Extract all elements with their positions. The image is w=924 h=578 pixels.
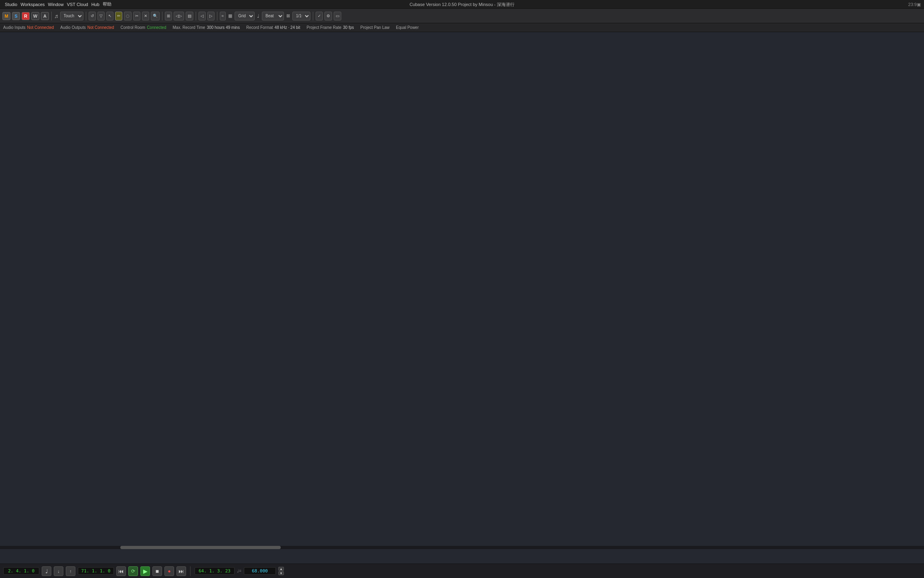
tempo-steppers: ▲ ▼: [278, 567, 284, 575]
statusbar: Audio Inputs Not Connected Audio Outputs…: [0, 23, 924, 32]
record-format: Record Format 48 kHz · 24 bit: [246, 25, 300, 30]
max-record-time: Max. Record Time 300 hours 49 mins: [173, 25, 240, 30]
horizontal-scrollbar[interactable]: [0, 546, 924, 549]
scrollbar-thumb[interactable]: [120, 546, 281, 549]
menu-studio[interactable]: Studio: [3, 1, 19, 8]
tool-marker[interactable]: ▤: [186, 12, 193, 20]
window-title: Cubase Version 12.0.50 Project by Minsou…: [409, 0, 515, 9]
punch-out-btn[interactable]: ↑: [66, 566, 75, 576]
project-frame-rate: Project Frame Rate 30 fps: [307, 25, 354, 30]
transport-record-btn[interactable]: ●: [164, 566, 174, 576]
transport-loop-btn[interactable]: ⟳: [128, 566, 138, 576]
mode-a-btn[interactable]: A: [41, 12, 49, 20]
menubar: Studio Workspaces Window VST Cloud Hub 帮…: [0, 0, 924, 9]
mode-r-btn[interactable]: R: [22, 12, 30, 20]
audio-inputs-status: Audio Inputs Not Connected: [3, 25, 54, 30]
tool-metronome-btn[interactable]: ✓: [316, 12, 323, 20]
transport-sep: [190, 566, 190, 576]
mode-s-btn[interactable]: S: [12, 12, 20, 20]
undo-btn[interactable]: ↺: [89, 12, 96, 20]
tool-grid-icon: ▦: [227, 13, 233, 18]
sep-3: [162, 12, 162, 20]
audio-outputs-status: Audio Outputs Not Connected: [60, 25, 114, 30]
transport-left-display[interactable]: 2. 4. 1. 0: [3, 567, 39, 575]
control-room-status: Control Room Connected: [120, 25, 166, 30]
transport-right-display[interactable]: 71. 1. 1. 0: [78, 567, 114, 575]
tool-arrow[interactable]: ▽: [97, 12, 105, 20]
sep-4: [196, 12, 196, 20]
tool-left[interactable]: ◁: [199, 12, 206, 20]
tool-close[interactable]: ✕: [142, 12, 149, 20]
transport-play-btn[interactable]: ▶: [140, 566, 150, 576]
mode-m-btn[interactable]: M: [2, 12, 10, 20]
transport-rewind-btn[interactable]: ⏮: [116, 566, 126, 576]
grid-type-select[interactable]: Grid: [235, 12, 255, 20]
tool-scissors[interactable]: ✂: [133, 12, 140, 20]
mode-w-btn[interactable]: W: [31, 12, 39, 20]
transport-forward-btn[interactable]: ⏭: [176, 566, 186, 576]
auto-mode-icon: ♬: [54, 13, 59, 19]
tool-loop[interactable]: ◁▷: [174, 12, 184, 20]
sep-1: [51, 12, 52, 20]
sep-2: [86, 12, 86, 20]
tool-expand[interactable]: ▭: [334, 12, 341, 20]
equal-power: Equal Power: [396, 25, 419, 30]
quantize-select[interactable]: 1/16: [292, 12, 310, 20]
tool-settings[interactable]: ⚙: [324, 12, 332, 20]
window-controls[interactable]: 23:9▣: [908, 0, 921, 9]
position-display[interactable]: 64. 1. 3. 23: [195, 567, 235, 575]
sep-6: [313, 12, 313, 20]
quantize-icon: ⊠: [286, 13, 291, 18]
sep-5: [217, 12, 217, 20]
tempo-display[interactable]: 68.000: [244, 567, 276, 575]
menu-vst-cloud[interactable]: VST Cloud: [65, 1, 90, 8]
tempo-down[interactable]: ▼: [278, 571, 284, 575]
tool-midi[interactable]: ≈: [220, 12, 226, 20]
tempo-label: ♩=: [237, 569, 241, 573]
tool-right[interactable]: ▷: [207, 12, 215, 20]
beat-select[interactable]: Beat: [262, 12, 284, 20]
menu-hub[interactable]: Hub: [90, 1, 101, 8]
transport-stop-btn[interactable]: ■: [152, 566, 162, 576]
tool-zoom[interactable]: 🔍: [151, 12, 160, 20]
menu-window[interactable]: Window: [47, 1, 65, 8]
punch-in-btn[interactable]: ↓: [54, 566, 63, 576]
tempo-up[interactable]: ▲: [278, 567, 284, 571]
tool-select[interactable]: ↖: [106, 12, 113, 20]
transport-bar: 2. 4. 1. 0 ♩ ↓ ↑ 71. 1. 1. 0 ⏮ ⟳ ▶ ■ ● ⏭…: [0, 564, 924, 578]
automation-mode-select[interactable]: Touch Latch Write Read: [60, 12, 83, 20]
tool-pencil[interactable]: ✏: [115, 12, 122, 20]
menu-workspaces[interactable]: Workspaces: [19, 1, 46, 8]
menu-help[interactable]: 帮助: [101, 0, 113, 8]
tool-erase[interactable]: ◌: [124, 12, 132, 20]
project-pan-law: Project Pan Law: [360, 25, 389, 30]
metronome-btn[interactable]: ♩: [42, 566, 51, 576]
toolbar: M S R W A ♬ Touch Latch Write Read ↺ ▽ ↖…: [0, 9, 924, 23]
metronome-icon: ♩: [256, 13, 260, 19]
tool-snap[interactable]: ⊞: [165, 12, 172, 20]
